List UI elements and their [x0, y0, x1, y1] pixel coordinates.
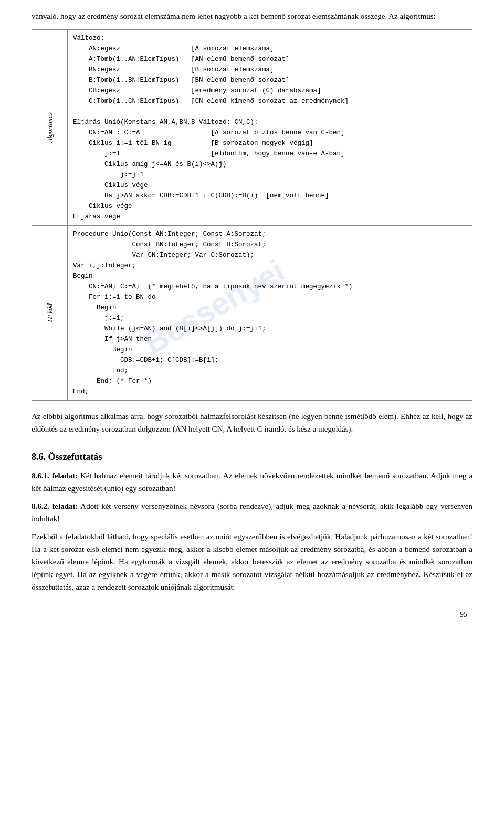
sub2-label: 8.6.2. feladat:: [32, 502, 78, 510]
sub1-content: Két halmaz elemeit tároljuk két sorozatb…: [32, 472, 472, 493]
algorithm-box: Algoritmus Változó: AN:egész [A sorozat …: [32, 29, 472, 401]
sub1-label: 8.6.1. feladat:: [32, 472, 78, 480]
sub2-text: 8.6.2. feladat: Adott két verseny versen…: [32, 500, 472, 525]
algo-content-algoritmus: Változó: AN:egész [A sorozat elemszáma] …: [68, 30, 472, 225]
algo-section-top: Algoritmus Változó: AN:egész [A sorozat …: [32, 29, 472, 225]
page-number: 95: [32, 609, 472, 620]
sub1-text: 8.6.1. feladat: Két halmaz elemeit tárol…: [32, 469, 472, 495]
algo-side-label-tpkod: TP kód: [32, 226, 68, 400]
sub2-content: Adott két verseny versenyzőinek névsora …: [32, 502, 472, 523]
section-heading-összefuttatás: 8.6. Összefuttatás: [32, 450, 472, 464]
algo-section-tpkod: TP kód Procedure Unio(Const AN:Integer; …: [32, 225, 472, 400]
after-algo-para1: Az előbbi algoritmus alkalmas arra, hogy…: [32, 410, 472, 435]
after-algo-para2: Ezekből a feladatokból látható, hogy spe…: [32, 530, 472, 593]
intro-text: vánvaló, hogy az eredmény sorozat elemsz…: [32, 11, 472, 23]
algo-side-label-algoritmus: Algoritmus: [32, 30, 68, 225]
algo-content-tpkod: Procedure Unio(Const AN:Integer; Const A…: [68, 226, 472, 400]
